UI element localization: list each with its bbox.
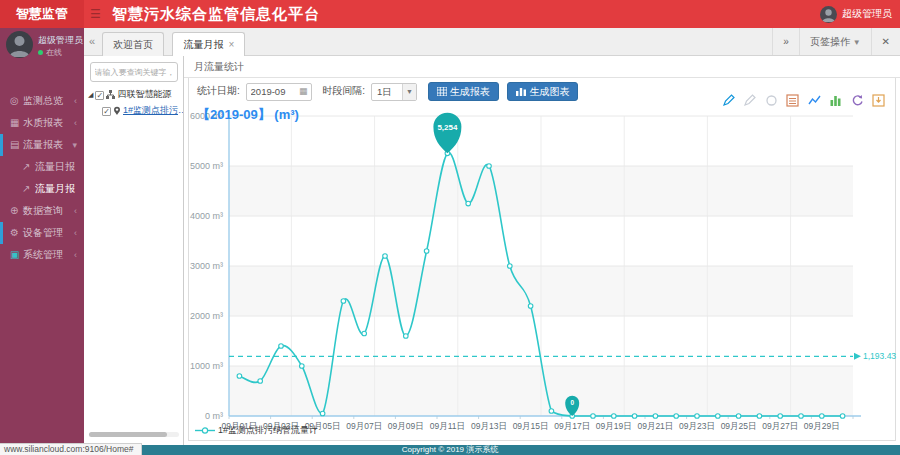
chart-toolbox xyxy=(718,90,885,108)
chevron-left-icon: ‹ xyxy=(74,200,77,222)
svg-text:09月21日: 09月21日 xyxy=(637,421,673,430)
sidebar-item-flow-report[interactable]: ▤流量报表▾ xyxy=(0,134,84,156)
chevron-left-icon: ‹ xyxy=(74,112,77,134)
tree-node-label: 1#监测点排污纳管流量计 xyxy=(123,102,183,118)
tab-close-icon[interactable]: × xyxy=(228,39,234,50)
report-icon: ▤ xyxy=(10,134,23,156)
svg-text:5000 m³: 5000 m³ xyxy=(190,161,223,171)
sidebar-user-status: 在线 xyxy=(38,47,62,58)
tree-hscrollbar-thumb[interactable] xyxy=(89,432,167,437)
svg-text:4000 m³: 4000 m³ xyxy=(190,211,223,221)
line-type-icon[interactable] xyxy=(808,93,821,106)
save-image-icon[interactable] xyxy=(872,93,885,106)
chart-title: 【2019-09】 (m³) xyxy=(197,106,299,124)
tree-root-row[interactable]: ◢✓四联智慧能源 xyxy=(84,86,183,102)
tab-flow-monthly[interactable]: 流量月报× xyxy=(172,32,245,56)
chevron-left-icon: ‹ xyxy=(74,90,77,112)
svg-text:09月15日: 09月15日 xyxy=(513,421,549,430)
tree-node-row[interactable]: ✓1#监测点排污纳管流量计 xyxy=(84,102,183,118)
sidebar-user-name: 超级管理员 xyxy=(38,34,83,47)
tabbar-controls: »页签操作 ▼✕ xyxy=(772,28,900,55)
tree-hscrollbar xyxy=(89,432,179,437)
gear-icon: ⚙ xyxy=(10,222,23,244)
svg-text:09月17日: 09月17日 xyxy=(554,421,590,430)
svg-text:5,254: 5,254 xyxy=(437,123,458,132)
flow-line-chart[interactable]: 0 m³1000 m³2000 m³3000 m³4000 m³5000 m³6… xyxy=(189,78,897,430)
chart-card: 统计日期: ▦ 时段间隔: 1日▼ 生成报表 生成图表 【2019-09】 (m… xyxy=(188,78,896,441)
tab-operations-dropdown[interactable]: 页签操作 ▼ xyxy=(799,28,871,55)
svg-text:09月27日: 09月27日 xyxy=(762,421,798,430)
station-tree-panel: ◢✓四联智慧能源 ✓1#监测点排污纳管流量计 xyxy=(84,56,184,445)
close-tabs-icon[interactable]: ✕ xyxy=(871,28,900,55)
svg-text:1,193.43: 1,193.43 xyxy=(863,351,896,361)
svg-text:09月11日: 09月11日 xyxy=(430,421,465,430)
app-logo: 智慧监管 xyxy=(0,0,84,28)
chevron-left-icon: ‹ xyxy=(74,244,77,266)
user-avatar-icon xyxy=(820,6,837,23)
gauge-icon: ◎ xyxy=(10,90,23,112)
avatar xyxy=(6,31,33,58)
panel-header: 月流量统计 xyxy=(184,56,900,78)
browser-status-url: www.siliancloud.com:9106/Home# xyxy=(0,443,142,455)
svg-text:3000 m³: 3000 m³ xyxy=(190,261,223,271)
zoom-reset-icon[interactable] xyxy=(743,93,756,106)
grid-chart-icon: ▦ xyxy=(10,112,23,134)
search-icon: ⊕ xyxy=(10,200,23,222)
sidebar-toggle-icon[interactable]: ☰ xyxy=(90,7,104,21)
top-header: 智慧监管 ☰ 智慧污水综合监管信息化平台 超级管理员 xyxy=(0,0,900,28)
refresh-icon[interactable] xyxy=(851,93,864,106)
caret-down-icon: ▼ xyxy=(853,38,861,47)
sidebar: 超级管理员 在线 ◎监测总览‹ ▦水质报表‹ ▤流量报表▾ ↗流量日报 ↗流量月… xyxy=(0,28,84,445)
tabs: 欢迎首页 流量月报× xyxy=(102,32,249,56)
svg-text:1000 m³: 1000 m³ xyxy=(190,361,223,371)
app-window: 智慧监管 ☰ 智慧污水综合监管信息化平台 超级管理员 超级管理员 在线 ◎监测总… xyxy=(0,0,900,455)
org-icon xyxy=(106,88,115,102)
restore-ring-icon[interactable] xyxy=(765,93,778,106)
tree-root-label: 四联智慧能源 xyxy=(117,89,171,99)
tabs-scroll-left-icon[interactable]: « xyxy=(89,35,95,47)
online-dot-icon xyxy=(38,50,43,55)
sidebar-item-water-report[interactable]: ▦水质报表‹ xyxy=(0,112,84,134)
sidebar-item-flow-monthly[interactable]: ↗流量月报 xyxy=(0,178,84,200)
tab-bar: « 欢迎首页 流量月报× »页签操作 ▼✕ xyxy=(84,28,900,56)
monitor-icon: ▣ xyxy=(10,244,23,266)
bar-type-icon[interactable] xyxy=(829,93,842,106)
trend-line-icon: ↗ xyxy=(22,156,35,178)
legend-series-name: 1#监测点排污纳管流量计 xyxy=(218,425,318,435)
sidebar-item-device-mgmt[interactable]: ⚙设备管理‹ xyxy=(0,222,84,244)
data-view-icon[interactable] xyxy=(786,93,799,106)
location-pin-icon xyxy=(113,104,121,118)
sidebar-item-flow-daily[interactable]: ↗流量日报 xyxy=(0,156,84,178)
svg-text:0 m³: 0 m³ xyxy=(205,411,223,421)
sidebar-menu: ◎监测总览‹ ▦水质报表‹ ▤流量报表▾ ↗流量日报 ↗流量月报 ⊕数据查询‹ … xyxy=(0,90,84,266)
sidebar-user-block: 超级管理员 在线 xyxy=(0,28,84,62)
sidebar-item-overview[interactable]: ◎监测总览‹ xyxy=(0,90,84,112)
tree-search-input[interactable] xyxy=(90,62,178,82)
tree-node-checkbox[interactable]: ✓ xyxy=(102,107,111,116)
tree-root-checkbox[interactable]: ✓ xyxy=(95,91,104,100)
chevron-left-icon: ‹ xyxy=(74,222,77,244)
header-user-chip[interactable]: 超级管理员 xyxy=(820,4,892,24)
trend-line-icon: ↗ xyxy=(22,178,35,200)
svg-text:09月13日: 09月13日 xyxy=(471,421,507,430)
svg-text:09月07日: 09月07日 xyxy=(346,421,382,430)
svg-text:2000 m³: 2000 m³ xyxy=(190,311,223,321)
sidebar-item-data-query[interactable]: ⊕数据查询‹ xyxy=(0,200,84,222)
svg-text:0: 0 xyxy=(570,399,574,406)
svg-text:09月29日: 09月29日 xyxy=(804,421,840,430)
tab-welcome[interactable]: 欢迎首页 xyxy=(102,32,164,56)
svg-text:09月09日: 09月09日 xyxy=(388,421,424,430)
tabs-scroll-right-icon[interactable]: » xyxy=(772,28,799,55)
svg-text:09月23日: 09月23日 xyxy=(679,421,715,430)
chart-legend-item[interactable]: 1#监测点排污纳管流量计 xyxy=(195,424,318,437)
chevron-down-icon: ▾ xyxy=(72,134,77,156)
copyright-text: Copyright © 2019 演示系统 xyxy=(402,445,499,454)
main-panel: 月流量统计 统计日期: ▦ 时段间隔: 1日▼ 生成报表 生成图表 【2019-… xyxy=(184,56,900,445)
sidebar-item-system-mgmt[interactable]: ▣系统管理‹ xyxy=(0,244,84,266)
svg-text:09月25日: 09月25日 xyxy=(721,421,757,430)
data-zoom-icon[interactable] xyxy=(722,93,735,106)
header-user-name: 超级管理员 xyxy=(842,8,892,19)
tree-expander-icon[interactable]: ◢ xyxy=(88,91,93,98)
svg-text:09月19日: 09月19日 xyxy=(596,421,632,430)
page-title: 智慧污水综合监管信息化平台 xyxy=(112,4,320,24)
